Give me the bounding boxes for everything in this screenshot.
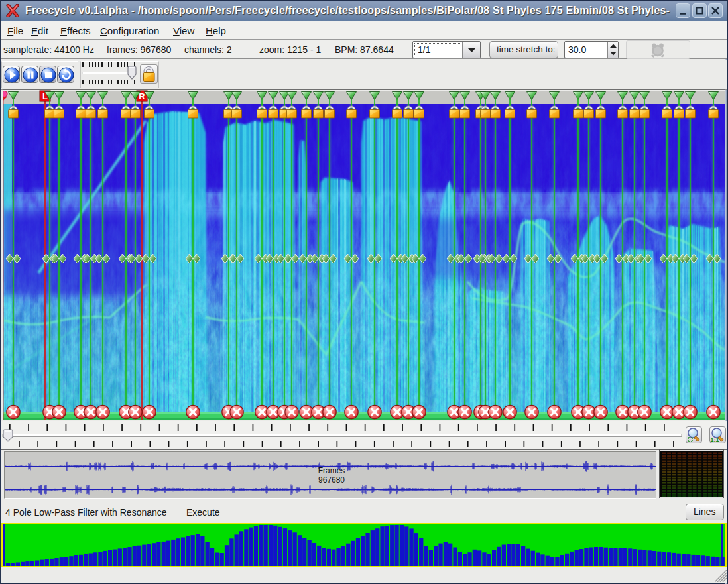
svg-text:1:1: 1:1 [711,437,719,443]
